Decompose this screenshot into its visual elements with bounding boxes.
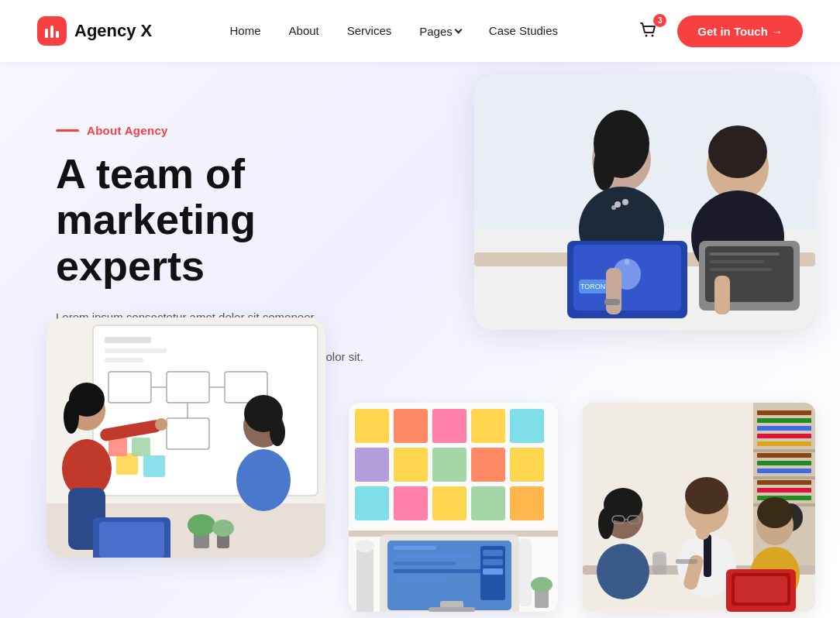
svg-rect-30	[606, 268, 621, 314]
svg-rect-29	[710, 268, 772, 271]
svg-rect-78	[355, 486, 389, 520]
cart-badge: 3	[653, 14, 666, 27]
svg-point-128	[685, 477, 728, 514]
svg-rect-28	[710, 260, 764, 263]
svg-rect-81	[471, 486, 505, 520]
svg-rect-115	[753, 449, 815, 452]
svg-point-59	[270, 418, 285, 446]
svg-rect-138	[676, 559, 697, 564]
svg-rect-72	[510, 409, 544, 443]
svg-rect-88	[394, 561, 456, 565]
svg-rect-89	[394, 569, 487, 573]
svg-rect-87	[394, 554, 471, 558]
svg-rect-49	[132, 438, 150, 456]
svg-rect-19	[625, 259, 629, 265]
svg-point-132	[696, 526, 710, 540]
svg-point-52	[64, 400, 79, 434]
svg-rect-46	[116, 453, 138, 475]
svg-rect-99	[519, 538, 532, 606]
svg-point-122	[598, 508, 614, 539]
svg-rect-97	[356, 546, 374, 612]
svg-rect-37	[105, 348, 167, 353]
hero-heading: A team of marketing experts	[56, 151, 381, 289]
nav-case-studies[interactable]: Case Studies	[489, 24, 558, 37]
svg-rect-77	[510, 448, 544, 482]
svg-rect-110	[757, 461, 811, 465]
image-laptops: TORONTO	[474, 74, 815, 330]
svg-rect-90	[394, 577, 448, 581]
nav-links: Home About Services Pages Case Studies	[230, 24, 559, 38]
svg-rect-130	[704, 534, 711, 577]
svg-rect-82	[510, 486, 544, 520]
label-line	[56, 129, 79, 132]
nav-pages[interactable]: Pages	[419, 25, 461, 38]
nav-services[interactable]: Services	[347, 24, 392, 37]
svg-rect-74	[394, 448, 428, 482]
svg-point-66	[212, 520, 234, 537]
svg-rect-104	[757, 410, 811, 415]
svg-rect-106	[757, 426, 811, 431]
nav-home[interactable]: Home	[230, 24, 261, 37]
svg-point-4	[652, 34, 654, 36]
svg-point-134	[757, 497, 793, 528]
svg-rect-116	[753, 476, 815, 479]
svg-rect-68	[355, 409, 389, 443]
svg-rect-75	[432, 448, 466, 482]
svg-rect-32	[604, 299, 620, 305]
svg-rect-73	[355, 448, 389, 482]
svg-rect-141	[735, 576, 787, 603]
svg-point-60	[236, 449, 291, 511]
svg-point-64	[188, 514, 215, 536]
svg-rect-94	[483, 568, 503, 575]
svg-point-55	[155, 418, 167, 431]
svg-rect-111	[757, 469, 811, 473]
svg-rect-2	[56, 31, 59, 38]
nav-about[interactable]: About	[289, 24, 319, 37]
svg-rect-70	[432, 409, 466, 443]
svg-rect-62	[99, 522, 164, 558]
svg-rect-38	[105, 358, 143, 362]
svg-rect-93	[483, 559, 503, 565]
svg-rect-27	[710, 252, 780, 256]
svg-rect-108	[757, 441, 811, 446]
nav-right: 3 Get in Touch →	[635, 15, 803, 47]
svg-point-14	[622, 199, 628, 205]
svg-point-137	[652, 551, 666, 558]
svg-rect-36	[105, 337, 151, 343]
svg-rect-105	[757, 418, 811, 423]
svg-point-11	[594, 144, 615, 191]
svg-rect-76	[471, 448, 505, 482]
section-label: About Agency	[56, 124, 381, 137]
chevron-down-icon	[454, 26, 462, 34]
svg-rect-92	[483, 550, 503, 556]
svg-rect-31	[714, 276, 730, 314]
svg-rect-47	[143, 455, 165, 477]
svg-rect-112	[757, 480, 811, 485]
svg-rect-80	[432, 486, 466, 520]
image-team-meeting	[583, 403, 815, 612]
svg-rect-96	[429, 607, 475, 612]
svg-rect-1	[50, 26, 53, 38]
logo[interactable]: Agency X	[37, 16, 152, 46]
cart-button[interactable]: 3	[635, 17, 662, 46]
image-sticky-notes	[349, 403, 558, 612]
logo-icon	[37, 16, 67, 46]
get-in-touch-button[interactable]: Get in Touch →	[677, 15, 803, 47]
svg-rect-109	[757, 453, 811, 458]
svg-rect-48	[108, 438, 127, 456]
image-whiteboard	[46, 318, 325, 558]
svg-point-101	[531, 577, 553, 592]
svg-rect-79	[394, 486, 428, 520]
svg-point-123	[597, 544, 649, 599]
svg-point-98	[356, 540, 374, 552]
svg-rect-86	[394, 546, 436, 550]
svg-rect-71	[471, 409, 505, 443]
hero-section: About Agency A team of marketing experts…	[0, 62, 840, 618]
navbar: Agency X Home About Services Pages Case …	[0, 0, 840, 62]
svg-rect-113	[757, 488, 811, 493]
svg-rect-107	[757, 434, 811, 438]
svg-point-15	[611, 205, 616, 210]
svg-rect-69	[394, 409, 428, 443]
svg-rect-0	[45, 29, 48, 38]
svg-point-23	[708, 125, 767, 178]
